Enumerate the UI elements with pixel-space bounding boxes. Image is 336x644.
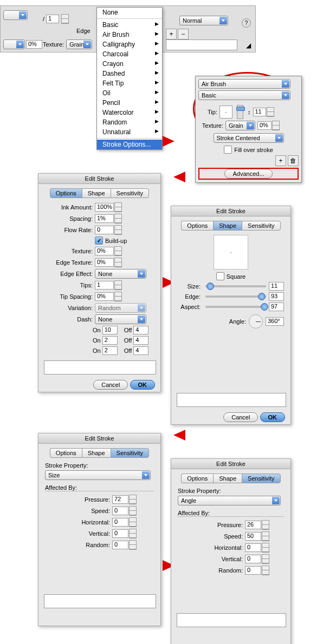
edgetex-field[interactable]: 0% <box>95 258 114 267</box>
cancel-btn-1[interactable]: Cancel <box>93 380 128 390</box>
off2-field[interactable]: 4 <box>133 336 148 345</box>
horizontal-field-1[interactable]: 0 <box>112 518 128 527</box>
cancel-btn-2[interactable]: Cancel <box>223 412 258 422</box>
tips-field[interactable]: 1 <box>95 281 114 290</box>
tip-slider[interactable] <box>237 105 243 119</box>
pressure-field-1[interactable]: 72 <box>112 495 128 504</box>
tab-options-3[interactable]: Options <box>50 448 82 458</box>
angle-dial[interactable] <box>249 314 263 328</box>
aspect-slider[interactable] <box>205 306 266 308</box>
blend-select[interactable]: Normal <box>179 16 228 25</box>
flow-stepper[interactable] <box>114 225 122 235</box>
palette-texture-pct[interactable]: 0% <box>257 121 272 130</box>
horizontal-stepper-1[interactable] <box>129 517 137 527</box>
menu-pencil[interactable]: Pencil <box>97 98 162 108</box>
pressure-field-2[interactable]: 26 <box>245 521 261 529</box>
tab-sensitivity-3[interactable]: Sensitivity <box>111 448 150 458</box>
off1-field[interactable]: 4 <box>133 326 148 334</box>
random-field-2[interactable]: 0 <box>245 566 261 575</box>
vertical-stepper-1[interactable] <box>129 529 137 538</box>
ok-btn-1[interactable]: OK <box>130 380 156 390</box>
menu-charcoal[interactable]: Charcoal <box>97 49 162 59</box>
size-slider[interactable] <box>205 285 266 287</box>
palette-texture-stepper[interactable] <box>272 121 280 130</box>
ink-stepper[interactable] <box>114 202 122 212</box>
spacing-stepper[interactable] <box>114 214 122 224</box>
horizontal-stepper-2[interactable] <box>262 543 269 553</box>
tipspacing-field[interactable]: 0% <box>95 292 114 301</box>
menu-felttip[interactable]: Felt Tip <box>97 78 162 88</box>
pct0-field[interactable]: 0% <box>26 40 42 49</box>
delete-preset-button[interactable]: 🗑 <box>288 155 299 166</box>
angle-field[interactable]: 360° <box>266 317 284 326</box>
palette-texture-select[interactable]: Grain <box>225 121 255 130</box>
resize-handle[interactable]: ◢ <box>246 42 251 49</box>
edge-field[interactable]: 93 <box>269 292 284 301</box>
random-field-1[interactable]: 0 <box>112 541 128 549</box>
menu-unnatural[interactable]: Unnatural <box>97 127 162 137</box>
tab-shape-2[interactable]: Shape <box>213 221 242 231</box>
optexture-field[interactable]: 0% <box>95 247 114 255</box>
menu-oil[interactable]: Oil <box>97 88 162 98</box>
aspect-field[interactable]: 97 <box>269 303 284 311</box>
flow-field[interactable]: 0 <box>95 226 114 234</box>
tip-stepper[interactable] <box>267 107 274 117</box>
random-stepper-1[interactable] <box>129 540 137 550</box>
tab-sensitivity-1[interactable]: Sensitivity <box>111 188 150 198</box>
edgeeff-select[interactable]: None <box>95 269 146 279</box>
toolbar-select-2[interactable] <box>3 40 25 49</box>
pressure-stepper-1[interactable] <box>129 495 137 504</box>
speed-field-1[interactable]: 0 <box>112 507 128 515</box>
pressure-stepper-2[interactable] <box>262 520 269 530</box>
tips-stepper[interactable] <box>114 280 122 290</box>
menu-random[interactable]: Random <box>97 117 162 127</box>
on1-field[interactable]: 10 <box>102 326 118 334</box>
menu-strokeoptions[interactable]: Stroke Options... <box>97 140 162 149</box>
tab-sensitivity-2[interactable]: Sensitivity <box>242 221 281 231</box>
menu-watercolor[interactable]: Watercolor <box>97 108 162 117</box>
strokewidth-field[interactable]: 1 <box>46 15 59 23</box>
add-preset-button[interactable]: + <box>275 155 286 166</box>
on3-field[interactable]: 2 <box>102 346 118 355</box>
spacing-field[interactable]: 1% <box>95 214 114 223</box>
edgetex-stepper[interactable] <box>114 258 122 267</box>
ok-btn-2[interactable]: OK <box>260 412 286 422</box>
minus-button[interactable]: − <box>178 29 189 40</box>
random-stepper-2[interactable] <box>262 566 269 575</box>
dash-select[interactable]: None <box>95 314 146 324</box>
advanced-button[interactable]: Advanced... <box>224 169 272 179</box>
size-field[interactable]: 11 <box>269 282 284 291</box>
tab-shape-1[interactable]: Shape <box>82 188 111 198</box>
strokeprop-select-1[interactable]: Size <box>45 470 151 480</box>
menu-calligraphy[interactable]: Calligraphy <box>97 40 162 49</box>
tab-shape-4[interactable]: Shape <box>213 474 242 483</box>
tab-shape-3[interactable]: Shape <box>82 448 111 458</box>
strokeprop-select-2[interactable]: Angle <box>178 496 281 505</box>
menu-airbrush[interactable]: Air Brush <box>97 30 162 40</box>
ink-field[interactable]: 100% <box>95 203 114 212</box>
menu-basic[interactable]: Basic <box>97 20 162 30</box>
speed-stepper-1[interactable] <box>129 506 137 516</box>
square-checkbox[interactable] <box>216 272 224 280</box>
centered-select[interactable]: Stroke Centered <box>214 133 284 143</box>
tab-options-4[interactable]: Options <box>181 474 213 483</box>
tipspacing-stepper[interactable] <box>114 292 122 301</box>
tab-sensitivity-4[interactable]: Sensitivity <box>242 474 281 483</box>
tab-options-2[interactable]: Options <box>181 221 213 231</box>
variation-select[interactable]: Random <box>95 303 146 313</box>
menu-crayon[interactable]: Crayon <box>97 59 162 69</box>
vertical-field-1[interactable]: 0 <box>112 529 128 538</box>
plus-button[interactable]: + <box>166 29 177 40</box>
on2-field[interactable]: 2 <box>102 336 118 345</box>
tip-value[interactable]: 11 <box>253 108 266 116</box>
vertical-field-2[interactable]: 0 <box>245 555 261 563</box>
speed-field-2[interactable]: 50 <box>245 532 261 541</box>
toolbar-select-1[interactable] <box>3 10 28 20</box>
vertical-stepper-2[interactable] <box>262 554 269 564</box>
strokewidth-stepper[interactable] <box>61 14 69 24</box>
speed-stepper-2[interactable] <box>262 531 269 541</box>
tab-options-1[interactable]: Options <box>50 188 82 198</box>
help-icon[interactable]: ? <box>242 18 251 28</box>
optexture-stepper[interactable] <box>114 246 122 256</box>
edge-slider[interactable] <box>205 295 266 298</box>
